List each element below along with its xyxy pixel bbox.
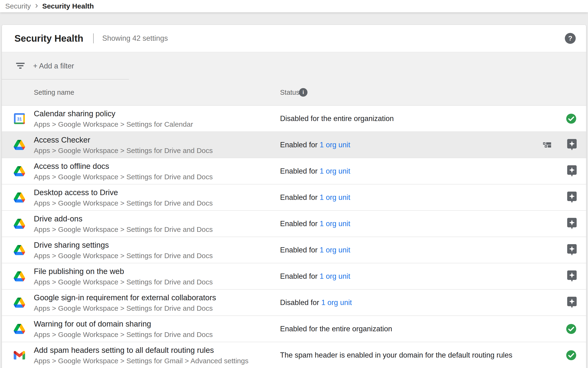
column-header-setting-name: Setting name [34, 89, 74, 96]
setting-info: Warning for out of domain sharing Apps >… [34, 319, 213, 338]
status-text: The spam header is enabled in your domai… [280, 351, 512, 359]
add-filter-button[interactable]: + Add a filter [33, 62, 74, 70]
setting-name: Desktop access to Drive [34, 188, 213, 197]
drive-icon [14, 140, 25, 150]
card-header: Security Health Showing 42 settings ? [2, 25, 586, 52]
org-unit-link[interactable]: 1 org unit [320, 193, 350, 202]
status-cell: The spam header is enabled in your domai… [280, 351, 512, 359]
recommendation-badge-icon[interactable] [567, 297, 577, 309]
table-row[interactable]: 31 Google sign-in requirement for extern… [2, 290, 586, 316]
status-text: Enabled for the entire organization [280, 325, 392, 333]
table-row[interactable]: 31 File publishing on the web Apps > Goo… [2, 263, 586, 290]
app-icon: 31 [13, 166, 25, 176]
status-text: Enabled for [280, 193, 318, 202]
recommendation-badge-icon[interactable] [567, 270, 577, 282]
setting-path: Apps > Google Workspace > Settings for D… [34, 278, 213, 286]
status-text: Disabled for the entire organization [280, 114, 394, 123]
status-ok-check-icon [566, 113, 577, 124]
table-row[interactable]: 31 Warning for out of domain sharing App… [2, 316, 586, 342]
setting-info: Add spam headers setting to all default … [34, 346, 248, 365]
table-row[interactable]: 31 Drive add-ons Apps > Google Workspace… [2, 211, 586, 237]
recommendation-badge-icon[interactable] [567, 139, 577, 151]
recommendation-badge-icon[interactable] [567, 165, 577, 177]
drive-icon [14, 192, 25, 202]
chevron-right-icon: › [35, 5, 38, 7]
setting-name: Drive add-ons [34, 214, 213, 223]
setting-info: File publishing on the web Apps > Google… [34, 267, 213, 286]
info-icon[interactable]: i [299, 88, 307, 97]
setting-path: Apps > Google Workspace > Settings for C… [34, 120, 193, 128]
table-row[interactable]: 31 Desktop access to Drive Apps > Google… [2, 184, 586, 211]
status-cell: Enabled for1 org unit [280, 141, 350, 149]
drive-icon [14, 271, 25, 281]
status-cell: Enabled for1 org unit [280, 272, 350, 281]
org-unit-link[interactable]: 1 org unit [321, 298, 352, 307]
breadcrumb-link-security[interactable]: Security [5, 2, 31, 10]
table-row[interactable]: 31 Drive sharing settings Apps > Google … [2, 237, 586, 263]
setting-info: Google sign-in requirement for external … [34, 293, 216, 312]
table-row[interactable]: 31 Calendar sharing policy Apps > Google… [2, 106, 586, 132]
setting-name: Access to offline docs [34, 162, 213, 171]
drive-icon [14, 219, 25, 229]
setting-name: Google sign-in requirement for external … [34, 293, 216, 302]
setting-name: Access Checker [34, 135, 213, 144]
status-text: Disabled for [280, 298, 319, 307]
column-header-status: Status [280, 89, 299, 96]
status-cell: Disabled for the entire organization [280, 114, 394, 123]
setting-path: Apps > Google Workspace > Settings for D… [34, 304, 216, 312]
setting-path: Apps > Google Workspace > Settings for D… [34, 330, 213, 338]
status-text: Enabled for [280, 141, 318, 149]
table-row[interactable]: 31 Add spam headers setting to all defau… [2, 342, 586, 368]
recommendation-badge-icon[interactable] [567, 192, 577, 203]
app-icon: 31 [13, 219, 25, 229]
breadcrumb-current: Security Health [42, 2, 94, 10]
page-title: Security Health [14, 33, 83, 44]
status-cell: Enabled for1 org unit [280, 220, 350, 228]
settings-count: Showing 42 settings [102, 34, 168, 43]
org-unit-link[interactable]: 1 org unit [320, 246, 350, 254]
org-unit-link[interactable]: 1 org unit [320, 220, 350, 228]
status-cell: Disabled for1 org unit [280, 298, 352, 307]
title-divider [93, 33, 94, 43]
drive-icon [14, 166, 25, 176]
setting-name: Warning for out of domain sharing [34, 319, 213, 328]
table-body: 31 Calendar sharing policy Apps > Google… [2, 106, 586, 368]
help-icon[interactable]: ? [565, 33, 576, 44]
drive-icon [14, 245, 25, 255]
status-cell: Enabled for the entire organization [280, 325, 392, 333]
setting-path: Apps > Google Workspace > Settings for G… [34, 357, 248, 365]
app-icon: 31 [13, 297, 25, 308]
table-header: Setting name Status i [2, 80, 586, 106]
setting-name: File publishing on the web [34, 267, 213, 276]
status-cell: Enabled for1 org unit [280, 167, 350, 175]
drive-icon [14, 297, 25, 308]
recommendation-badge-icon[interactable] [567, 244, 577, 256]
setting-info: Drive sharing settings Apps > Google Wor… [34, 240, 213, 259]
setting-info: Drive add-ons Apps > Google Workspace > … [34, 214, 213, 233]
status-text: Enabled for [280, 167, 318, 175]
table-row[interactable]: 31 Access Checker Apps > Google Workspac… [2, 132, 586, 158]
setting-info: Access Checker Apps > Google Workspace >… [34, 135, 213, 154]
app-icon: 31 [13, 113, 25, 124]
setting-path: Apps > Google Workspace > Settings for D… [34, 199, 213, 207]
app-icon: 31 [13, 140, 25, 150]
setting-path: Apps > Google Workspace > Settings for D… [34, 173, 213, 181]
status-text: Enabled for [280, 220, 318, 228]
recommendation-badge-icon[interactable] [567, 218, 577, 230]
filter-icon [16, 62, 25, 70]
status-text: Enabled for [280, 272, 318, 280]
org-unit-link[interactable]: 1 org unit [320, 272, 350, 280]
setting-info: Access to offline docs Apps > Google Wor… [34, 162, 213, 181]
security-health-card: Security Health Showing 42 settings ? + … [2, 25, 586, 368]
gmail-icon [14, 351, 25, 359]
org-unit-link[interactable]: 1 org unit [320, 141, 350, 149]
table-row[interactable]: 31 Access to offline docs Apps > Google … [2, 158, 586, 184]
drive-icon [14, 324, 25, 334]
status-ok-check-icon [566, 323, 577, 334]
app-icon: 31 [13, 192, 25, 202]
setting-path: Apps > Google Workspace > Settings for D… [34, 251, 213, 259]
setting-info: Calendar sharing policy Apps > Google Wo… [34, 109, 193, 128]
calendar-icon: 31 [14, 113, 25, 124]
org-unit-link[interactable]: 1 org unit [320, 167, 350, 175]
setting-info: Desktop access to Drive Apps > Google Wo… [34, 188, 213, 207]
